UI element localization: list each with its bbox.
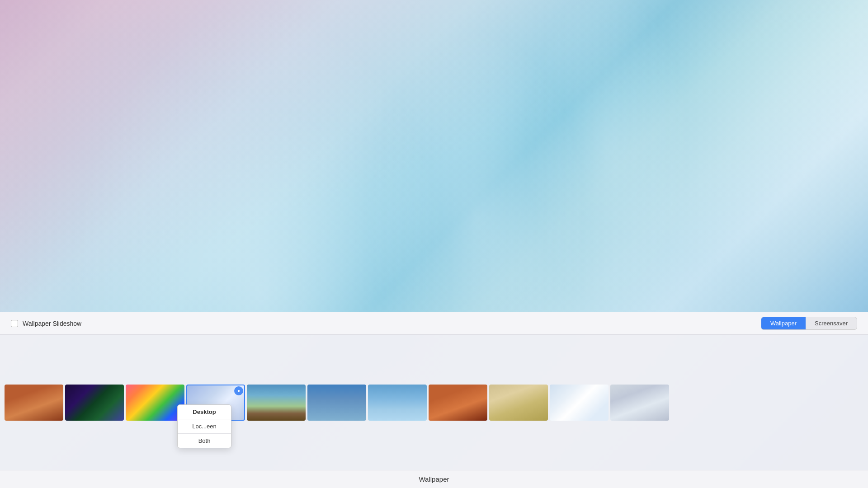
tab-group: Wallpaper Screensaver — [761, 317, 857, 330]
thumbnail-light[interactable] — [550, 385, 609, 421]
dropdown-item-locscreen[interactable]: Loc...een — [178, 419, 231, 433]
panel-top-bar: Wallpaper Slideshow Wallpaper Screensave… — [0, 312, 868, 335]
panel-label: Wallpaper — [419, 475, 449, 483]
thumbnail-bird[interactable] — [610, 385, 669, 421]
thumbnails-area — [0, 335, 868, 470]
thumb-image-fish — [368, 385, 427, 421]
thumb-image-aurora — [65, 385, 124, 421]
thumbnail-rainbow[interactable] — [126, 385, 184, 421]
thumb-image-canyon — [5, 385, 63, 421]
slideshow-label: Wallpaper Slideshow — [23, 320, 81, 327]
thumb-image-rainbow — [126, 385, 184, 421]
thumb-image-canyon2 — [429, 385, 487, 421]
thumb-image-dunes — [489, 385, 548, 421]
dropdown-item-desktop[interactable]: Desktop — [178, 405, 231, 419]
thumbnail-dunes[interactable] — [489, 385, 548, 421]
thumb-image-bird — [610, 385, 669, 421]
slideshow-checkbox-area[interactable]: Wallpaper Slideshow — [11, 320, 81, 327]
thumbnail-fish[interactable] — [368, 385, 427, 421]
thumb-image-light — [550, 385, 609, 421]
slideshow-checkbox[interactable] — [11, 320, 18, 327]
tab-wallpaper[interactable]: Wallpaper — [761, 317, 806, 329]
thumbnail-aurora[interactable] — [65, 385, 124, 421]
thumbnail-canyon2[interactable] — [429, 385, 487, 421]
panel-label-bar: Wallpaper — [0, 470, 868, 488]
location-dropdown: Desktop Loc...een Both — [177, 404, 231, 448]
thumbnail-whale[interactable] — [307, 385, 366, 421]
thumb-image-mountain — [247, 385, 306, 421]
wallpaper-panel: Wallpaper Slideshow Wallpaper Screensave… — [0, 312, 868, 488]
dropdown-item-both[interactable]: Both — [178, 434, 231, 448]
thumbnail-mountain[interactable] — [247, 385, 306, 421]
selected-indicator — [234, 386, 243, 395]
thumbnail-canyon[interactable] — [5, 385, 63, 421]
thumb-image-whale — [307, 385, 366, 421]
tab-screensaver[interactable]: Screensaver — [806, 317, 857, 329]
